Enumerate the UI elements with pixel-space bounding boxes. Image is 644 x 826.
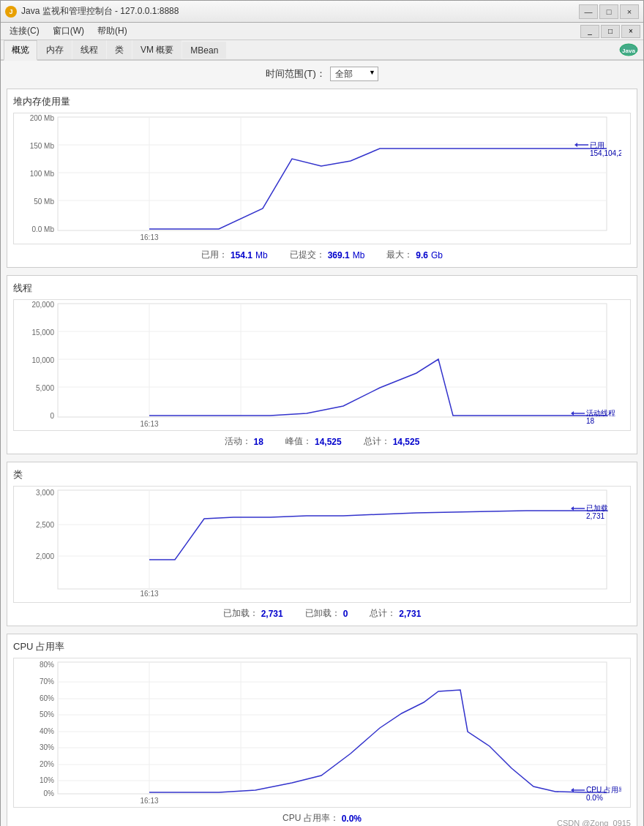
classes-chart-svg: 3,000 2,500 2,000 16:13 已加载 2,731 (14, 487, 621, 600)
threads-peak-value: 14,525 (315, 437, 342, 447)
svg-text:10%: 10% (40, 776, 54, 784)
svg-text:20%: 20% (40, 760, 54, 768)
cpu-title: CPU 占用率 (13, 640, 631, 653)
watermark: CSDN @Zong_0915 (557, 819, 631, 826)
cpu-chart-area: 80% 70% 60% 50% 40% 30% 20% 10% 0% 16:13 (13, 658, 631, 808)
svg-text:2,000: 2,000 (36, 552, 54, 560)
svg-text:40%: 40% (40, 727, 54, 735)
svg-text:3,000: 3,000 (36, 489, 54, 497)
svg-text:150 Mb: 150 Mb (30, 142, 55, 150)
tab-vm-summary[interactable]: VM 概要 (132, 40, 181, 59)
svg-text:15,000: 15,000 (31, 328, 54, 337)
time-range-bar: 时间范围(T)： 全部 1分钟 5分钟 10分钟 30分钟 1小时 (7, 67, 637, 81)
classes-loaded-value: 2,731 (261, 609, 283, 619)
heap-stats: 已用： 154.1 Mb 已提交： 369.1 Mb 最大： 9.6 Gb (13, 249, 631, 261)
app-icon: J (5, 6, 17, 18)
threads-total-value: 14,525 (393, 437, 420, 447)
threads-total-stat: 总计： 14,525 (364, 435, 420, 448)
time-range-select[interactable]: 全部 1分钟 5分钟 10分钟 30分钟 1小时 (330, 67, 378, 81)
svg-text:已用: 已用 (590, 141, 604, 149)
svg-text:2,731: 2,731 (586, 512, 604, 520)
cpu-usage-stat: CPU 占用率： 0.0% (282, 812, 362, 825)
svg-text:0.0 Mb: 0.0 Mb (31, 225, 54, 233)
heap-max-stat: 最大： 9.6 Gb (386, 249, 443, 261)
svg-text:0.0%: 0.0% (586, 794, 603, 802)
menu-close-btn[interactable]: × (621, 25, 640, 38)
menu-window[interactable]: 窗口(W) (47, 23, 90, 39)
classes-unloaded-value: 0 (343, 609, 348, 619)
threads-active-value: 18 (254, 437, 263, 447)
threads-peak-stat: 峰值： 14,525 (285, 435, 342, 448)
classes-loaded-stat: 已加载： 2,731 (223, 607, 283, 620)
tab-threads[interactable]: 线程 (72, 40, 106, 59)
classes-section: 类 3,000 2,500 2,000 16:13 (7, 462, 637, 626)
heap-used-unit: Mb (255, 250, 268, 260)
menu-help[interactable]: 帮助(H) (91, 23, 133, 39)
svg-text:2,500: 2,500 (36, 521, 54, 529)
close-button[interactable]: × (620, 4, 639, 19)
svg-text:已加载: 已加载 (586, 504, 608, 512)
threads-active-stat: 活动： 18 (225, 435, 263, 448)
time-range-select-wrapper[interactable]: 全部 1分钟 5分钟 10分钟 30分钟 1小时 (330, 67, 378, 81)
cpu-usage-label: CPU 占用率： (282, 812, 339, 825)
maximize-button[interactable]: □ (599, 4, 618, 19)
minimize-button[interactable]: — (579, 4, 598, 19)
heap-chart-area: 200 Mb 150 Mb 100 Mb 50 Mb 0.0 Mb 16:13 … (13, 113, 631, 244)
svg-text:60%: 60% (40, 694, 54, 702)
window-controls: — □ × (579, 4, 639, 19)
classes-unloaded-stat: 已卸载： 0 (305, 607, 348, 620)
main-window: J Java 监视和管理控制台 - 127.0.0.1:8888 — □ × 连… (0, 0, 644, 826)
svg-rect-18 (58, 304, 607, 417)
svg-text:70%: 70% (40, 677, 54, 686)
heap-committed-value: 369.1 (328, 250, 350, 260)
svg-text:16:13: 16:13 (140, 420, 158, 428)
tab-overview[interactable]: 概览 (4, 40, 37, 61)
heap-used-value: 154.1 (231, 250, 252, 260)
threads-peak-label: 峰值： (285, 435, 312, 448)
svg-text:18: 18 (586, 417, 595, 425)
threads-chart-svg: 20,000 15,000 10,000 5,000 0 16:13 活动线程 … (14, 300, 621, 428)
classes-total-stat: 总计： 2,731 (370, 607, 421, 620)
svg-text:0: 0 (50, 412, 54, 420)
tab-memory[interactable]: 内存 (38, 40, 72, 59)
svg-text:50%: 50% (40, 710, 54, 718)
tab-mbean[interactable]: MBean (182, 42, 226, 59)
classes-total-value: 2,731 (399, 609, 421, 619)
classes-total-label: 总计： (370, 607, 396, 620)
heap-committed-unit: Mb (353, 250, 365, 260)
svg-text:5,000: 5,000 (36, 384, 54, 392)
title-bar: J Java 监视和管理控制台 - 127.0.0.1:8888 — □ × (1, 1, 643, 23)
menu-right-controls: _ □ × (580, 25, 640, 38)
main-content: 时间范围(T)： 全部 1分钟 5分钟 10分钟 30分钟 1小时 堆内存使用量 (1, 61, 643, 826)
tab-bar: 概览 内存 线程 类 VM 概要 MBean Java (1, 40, 643, 61)
heap-chart-svg: 200 Mb 150 Mb 100 Mb 50 Mb 0.0 Mb 16:13 … (14, 113, 621, 241)
menu-restore-btn[interactable]: □ (601, 25, 620, 38)
heap-max-value: 9.6 (416, 250, 428, 260)
svg-text:80%: 80% (40, 661, 54, 669)
tab-classes[interactable]: 类 (107, 40, 132, 59)
threads-active-label: 活动： (225, 435, 251, 448)
svg-text:CPU 占用率: CPU 占用率 (586, 786, 621, 794)
svg-text:16:13: 16:13 (140, 590, 158, 598)
svg-text:16:13: 16:13 (140, 233, 158, 241)
heap-max-label: 最大： (386, 249, 413, 261)
heap-max-unit: Gb (431, 250, 443, 260)
title-bar-left: J Java 监视和管理控制台 - 127.0.0.1:8888 (5, 5, 179, 18)
classes-loaded-label: 已加载： (223, 607, 258, 620)
svg-text:20,000: 20,000 (31, 301, 54, 309)
tab-right: Java (617, 41, 640, 59)
threads-section: 线程 20,000 15,000 10,000 5,000 0 16:1 (7, 275, 637, 454)
svg-text:50 Mb: 50 Mb (34, 198, 54, 206)
menu-connect[interactable]: 连接(C) (4, 23, 45, 39)
menu-minimize-btn[interactable]: _ (580, 25, 599, 38)
classes-title: 类 (13, 468, 631, 481)
cpu-chart-svg: 80% 70% 60% 50% 40% 30% 20% 10% 0% 16:13 (14, 658, 621, 805)
svg-text:16:13: 16:13 (140, 797, 158, 805)
cpu-section: CPU 占用率 80% 70% (7, 634, 637, 826)
classes-unloaded-label: 已卸载： (305, 607, 340, 620)
java-logo: Java (617, 41, 640, 59)
threads-total-label: 总计： (364, 435, 390, 448)
svg-text:10,000: 10,000 (31, 356, 54, 364)
classes-stats: 已加载： 2,731 已卸载： 0 总计： 2,731 (13, 607, 631, 620)
heap-title: 堆内存使用量 (13, 95, 631, 108)
